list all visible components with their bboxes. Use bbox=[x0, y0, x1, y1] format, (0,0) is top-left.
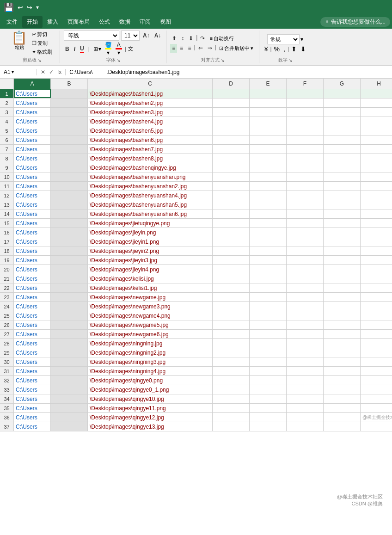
cell-a-28[interactable]: C:\Users bbox=[14, 339, 51, 348]
cell-b-31[interactable] bbox=[51, 367, 88, 375]
number-format-dropdown[interactable]: ▾ bbox=[300, 36, 303, 43]
cell-e-27[interactable] bbox=[250, 330, 287, 338]
cell-f-24[interactable] bbox=[287, 302, 324, 311]
cell-g-30[interactable] bbox=[324, 357, 361, 366]
cell-f-19[interactable] bbox=[287, 256, 324, 264]
cell-d-34[interactable] bbox=[213, 394, 250, 403]
cell-g-2[interactable] bbox=[324, 98, 361, 107]
cell-b-35[interactable] bbox=[51, 404, 88, 412]
cell-g-12[interactable] bbox=[324, 191, 361, 200]
font-size-increase[interactable]: A↑ bbox=[141, 32, 151, 39]
cell-e-9[interactable] bbox=[250, 163, 287, 172]
cell-c-13[interactable]: \Desktop\images\bashenyuanshan5.jpg bbox=[88, 200, 213, 209]
row-number[interactable]: 2 bbox=[0, 98, 14, 107]
cell-f-28[interactable] bbox=[287, 339, 324, 348]
cell-d-19[interactable] bbox=[213, 256, 250, 264]
align-right[interactable]: ≡ bbox=[186, 44, 193, 53]
row-number[interactable]: 26 bbox=[0, 320, 14, 329]
cell-f-36[interactable] bbox=[287, 413, 324, 422]
row-number[interactable]: 24 bbox=[0, 302, 14, 311]
cell-a-26[interactable]: C:\Users bbox=[14, 320, 51, 329]
cell-b-11[interactable] bbox=[51, 182, 88, 191]
cell-h-31[interactable] bbox=[361, 367, 392, 375]
cell-d-30[interactable] bbox=[213, 357, 250, 366]
text-direction[interactable]: ↷ bbox=[198, 34, 207, 43]
cell-a-27[interactable]: C:\Users bbox=[14, 330, 51, 338]
cell-g-14[interactable] bbox=[324, 209, 361, 218]
cell-c-9[interactable]: \Desktop\images\bashenqingye.jpg bbox=[88, 163, 213, 172]
cell-b-9[interactable] bbox=[51, 163, 88, 172]
row-number[interactable]: 7 bbox=[0, 145, 14, 154]
row-number[interactable]: 27 bbox=[0, 330, 14, 338]
cell-g-3[interactable] bbox=[324, 108, 361, 117]
cell-c-23[interactable]: \Desktop\images\newgame.jpg bbox=[88, 293, 213, 301]
row-number[interactable]: 8 bbox=[0, 154, 14, 163]
cell-h-34[interactable] bbox=[361, 394, 392, 403]
cell-h-27[interactable] bbox=[361, 330, 392, 338]
cell-e-5[interactable] bbox=[250, 126, 287, 135]
cell-g-28[interactable] bbox=[324, 339, 361, 348]
cell-h-2[interactable] bbox=[361, 98, 392, 107]
cell-f-5[interactable] bbox=[287, 126, 324, 135]
cell-f-22[interactable] bbox=[287, 283, 324, 292]
align-middle[interactable]: ↕ bbox=[179, 34, 186, 43]
cell-b-37[interactable] bbox=[51, 422, 88, 431]
col-header-a[interactable]: A bbox=[14, 79, 51, 89]
cell-a-3[interactable]: C:\Users bbox=[14, 108, 51, 117]
cell-g-8[interactable] bbox=[324, 154, 361, 163]
cell-f-3[interactable] bbox=[287, 108, 324, 117]
cell-g-11[interactable] bbox=[324, 182, 361, 191]
cell-a-15[interactable]: C:\Users bbox=[14, 219, 51, 228]
cell-f-26[interactable] bbox=[287, 320, 324, 329]
cell-a-12[interactable]: C:\Users bbox=[14, 191, 51, 200]
cell-e-33[interactable] bbox=[250, 385, 287, 394]
cell-c-36[interactable]: \Desktop\images\qingye12.jpg bbox=[88, 413, 213, 422]
row-number[interactable]: 1 bbox=[0, 89, 14, 98]
percent-button[interactable]: % bbox=[273, 45, 281, 53]
cell-d-9[interactable] bbox=[213, 163, 250, 172]
cell-c-35[interactable]: \Desktop\images\qingye11.png bbox=[88, 404, 213, 412]
cell-d-21[interactable] bbox=[213, 274, 250, 283]
cell-g-16[interactable] bbox=[324, 228, 361, 237]
cell-a-14[interactable]: C:\Users bbox=[14, 209, 51, 218]
cell-e-7[interactable] bbox=[250, 145, 287, 154]
cell-f-12[interactable] bbox=[287, 191, 324, 200]
cell-g-25[interactable] bbox=[324, 311, 361, 320]
cell-c-30[interactable]: \Desktop\images\ningning3.jpg bbox=[88, 357, 213, 366]
cell-f-33[interactable] bbox=[287, 385, 324, 394]
font-size-decrease[interactable]: A↓ bbox=[153, 32, 163, 39]
cell-e-13[interactable] bbox=[250, 200, 287, 209]
cut-button[interactable]: ✂ 剪切 bbox=[30, 31, 54, 38]
cell-h-13[interactable] bbox=[361, 200, 392, 209]
cell-c-11[interactable]: \Desktop\images\bashenyuanshan2.jpg bbox=[88, 182, 213, 191]
menu-formula[interactable]: 公式 bbox=[94, 16, 115, 28]
cell-b-36[interactable] bbox=[51, 413, 88, 422]
cell-e-8[interactable] bbox=[250, 154, 287, 163]
cell-e-11[interactable] bbox=[250, 182, 287, 191]
cell-a-24[interactable]: C:\Users bbox=[14, 302, 51, 311]
cell-b-10[interactable] bbox=[51, 172, 88, 181]
cell-a-21[interactable]: C:\Users bbox=[14, 274, 51, 283]
menu-file[interactable]: 文件 bbox=[2, 16, 22, 28]
cell-e-30[interactable] bbox=[250, 357, 287, 366]
row-number[interactable]: 17 bbox=[0, 237, 14, 246]
cell-h-33[interactable] bbox=[361, 385, 392, 394]
indent-decrease[interactable]: ⇐ bbox=[196, 44, 205, 53]
cell-h-17[interactable] bbox=[361, 237, 392, 246]
redo-btn[interactable]: ↪ bbox=[27, 4, 32, 11]
cell-a-29[interactable]: C:\Users bbox=[14, 348, 51, 357]
font-size-select[interactable]: 11 bbox=[121, 31, 140, 41]
cell-d-31[interactable] bbox=[213, 367, 250, 375]
cell-a-17[interactable]: C:\Users bbox=[14, 237, 51, 246]
cell-f-31[interactable] bbox=[287, 367, 324, 375]
cell-a-18[interactable]: C:\Users bbox=[14, 246, 51, 255]
cell-c-7[interactable]: \Desktop\images\bashen7.jpg bbox=[88, 145, 213, 154]
row-number[interactable]: 25 bbox=[0, 311, 14, 320]
cell-f-7[interactable] bbox=[287, 145, 324, 154]
cell-h-11[interactable] bbox=[361, 182, 392, 191]
cell-f-2[interactable] bbox=[287, 98, 324, 107]
cell-h-10[interactable] bbox=[361, 172, 392, 181]
cell-f-29[interactable] bbox=[287, 348, 324, 357]
cell-c-25[interactable]: \Desktop\images\newgame4.png bbox=[88, 311, 213, 320]
cell-d-2[interactable] bbox=[213, 98, 250, 107]
